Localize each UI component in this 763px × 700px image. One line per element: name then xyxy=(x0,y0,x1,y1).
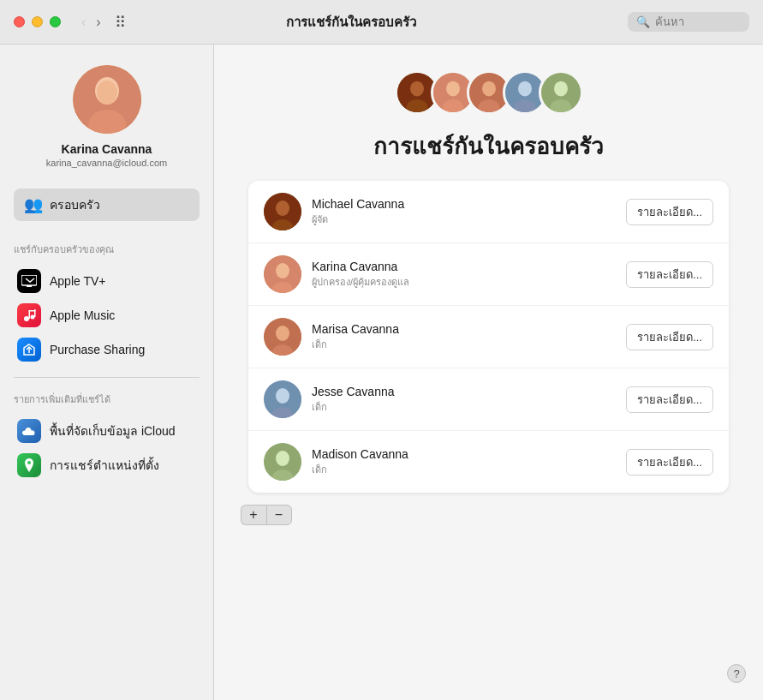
member-name-2: Karina Cavanna xyxy=(312,260,616,273)
sidebar-item-icloud[interactable]: พื้นที่จัดเก็บข้อมูล iCloud xyxy=(14,414,200,448)
svg-point-3 xyxy=(97,81,117,105)
member-info-1: Michael Cavanna ผู้จัด xyxy=(312,197,616,227)
applemusic-label: Apple Music xyxy=(50,308,115,322)
svg-point-7 xyxy=(31,315,35,320)
member-role-5: เด็ก xyxy=(312,462,616,477)
svg-rect-4 xyxy=(21,275,37,285)
panel-title: การแชร์กันในครอบครัว xyxy=(373,129,604,164)
detail-button-5[interactable]: รายละเอียด... xyxy=(626,449,713,476)
svg-point-35 xyxy=(276,326,289,341)
search-box: 🔍 xyxy=(628,12,749,32)
table-row: Marisa Cavanna เด็ก รายละเอียด... xyxy=(248,306,729,368)
family-button[interactable]: 👥 ครอบครัว xyxy=(14,188,200,221)
member-info-2: Karina Cavanna ผู้ปกครอง/ผู้คุ้มครองดูแล xyxy=(312,260,616,290)
family-icon: 👥 xyxy=(24,195,43,214)
svg-point-41 xyxy=(276,451,289,466)
member-avatar-5 xyxy=(264,443,301,481)
titlebar: ‹ › ⠿ การแชร์กันในครอบครัว 🔍 xyxy=(0,0,763,45)
icloud-label: พื้นที่จัดเก็บข้อมูล iCloud xyxy=(50,422,176,440)
appletv-label: Apple TV+ xyxy=(50,274,106,288)
list-actions: + − xyxy=(241,505,292,525)
detail-button-3[interactable]: รายละเอียด... xyxy=(626,324,713,350)
maximize-button[interactable] xyxy=(50,16,61,27)
icloud-icon xyxy=(17,419,41,443)
member-role-3: เด็ก xyxy=(312,337,616,352)
svg-point-32 xyxy=(276,263,289,278)
svg-point-20 xyxy=(482,81,496,97)
svg-point-38 xyxy=(276,388,289,404)
share-section-label: แชร์กับครอบครัวของคุณ xyxy=(14,242,200,257)
traffic-lights xyxy=(14,16,61,27)
member-avatar-3 xyxy=(264,318,301,356)
family-avatar-5 xyxy=(539,70,583,115)
detail-button-4[interactable]: รายละเอียด... xyxy=(626,386,713,413)
minimize-button[interactable] xyxy=(32,16,43,27)
member-name-1: Michael Cavanna xyxy=(312,197,616,211)
search-icon: 🔍 xyxy=(636,15,650,28)
sidebar: Karina Cavanna karina_cavanna@icloud.com… xyxy=(0,45,214,700)
table-row: Karina Cavanna ผู้ปกครอง/ผู้คุ้มครองดูแล… xyxy=(248,243,729,306)
more-section-label: รายการเพิ่มเติมที่แชร์ได้ xyxy=(14,392,200,407)
avatar xyxy=(73,65,141,134)
help-button[interactable]: ? xyxy=(727,664,746,683)
profile-email: karina_cavanna@icloud.com xyxy=(46,158,167,168)
member-avatar-2 xyxy=(264,255,301,293)
sidebar-item-location[interactable]: การแชร์ตำแหน่งที่ตั้ง xyxy=(14,448,200,482)
member-avatar-1 xyxy=(264,193,301,230)
search-input[interactable] xyxy=(655,15,741,28)
member-name-5: Madison Cavanna xyxy=(312,447,616,461)
member-role-1: ผู้จัด xyxy=(312,212,616,227)
purchase-icon xyxy=(17,338,41,362)
svg-point-6 xyxy=(24,316,29,321)
member-name-3: Marisa Cavanna xyxy=(312,322,616,336)
sidebar-item-purchase[interactable]: Purchase Sharing xyxy=(14,332,200,367)
svg-rect-5 xyxy=(27,285,32,287)
right-panel: การแชร์กันในครอบครัว Michael Cavanna ผู้… xyxy=(214,45,763,700)
svg-point-23 xyxy=(518,81,532,97)
member-role-4: เด็ก xyxy=(312,399,616,415)
sidebar-item-applemusic[interactable]: Apple Music xyxy=(14,298,200,332)
detail-button-2[interactable]: รายละเอียด... xyxy=(626,261,713,288)
sidebar-item-appletv[interactable]: Apple TV+ xyxy=(14,264,200,298)
family-avatars xyxy=(395,70,583,115)
family-button-label: ครอบครัว xyxy=(50,195,100,214)
location-label: การแชร์ตำแหน่งที่ตั้ง xyxy=(50,456,159,475)
member-info-3: Marisa Cavanna เด็ก xyxy=(312,322,616,352)
svg-point-17 xyxy=(446,81,460,97)
table-row: Madison Cavanna เด็ก รายละเอียด... xyxy=(248,431,729,493)
svg-point-14 xyxy=(410,81,424,97)
member-info-4: Jesse Cavanna เด็ก xyxy=(312,385,616,415)
location-icon xyxy=(17,453,41,477)
detail-button-1[interactable]: รายละเอียด... xyxy=(626,199,713,225)
members-list: Michael Cavanna ผู้จัด รายละเอียด... Kar… xyxy=(248,181,729,493)
profile-name: Karina Cavanna xyxy=(62,142,152,156)
table-row: Jesse Cavanna เด็ก รายละเอียด... xyxy=(248,368,729,431)
main-content: Karina Cavanna karina_cavanna@icloud.com… xyxy=(0,45,763,700)
applemusic-icon xyxy=(17,303,41,327)
section-divider xyxy=(14,377,200,378)
remove-member-button[interactable]: − xyxy=(266,505,292,525)
add-member-button[interactable]: + xyxy=(241,505,266,525)
svg-rect-10 xyxy=(29,310,36,312)
purchase-label: Purchase Sharing xyxy=(50,343,145,356)
member-role-2: ผู้ปกครอง/ผู้คุ้มครองดูแล xyxy=(312,274,616,290)
svg-point-29 xyxy=(276,200,289,216)
svg-point-26 xyxy=(554,81,568,97)
member-info-5: Madison Cavanna เด็ก xyxy=(312,447,616,477)
member-name-4: Jesse Cavanna xyxy=(312,385,616,398)
member-avatar-4 xyxy=(264,380,301,418)
appletv-icon xyxy=(17,269,41,293)
profile-section: Karina Cavanna karina_cavanna@icloud.com xyxy=(14,65,200,168)
svg-point-12 xyxy=(27,461,31,464)
close-button[interactable] xyxy=(14,16,25,27)
table-row: Michael Cavanna ผู้จัด รายละเอียด... xyxy=(248,181,729,243)
window-title: การแชร์กันในครอบครัว xyxy=(75,12,628,33)
